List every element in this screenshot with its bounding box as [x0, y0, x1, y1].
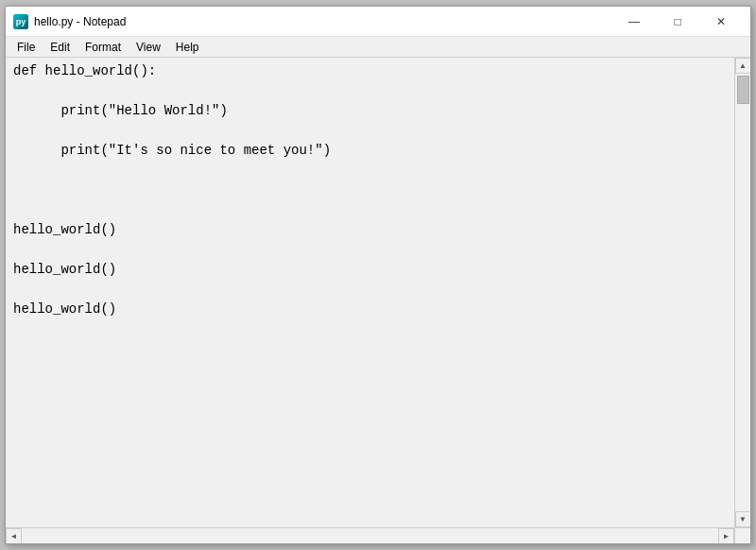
scroll-down-button[interactable]: ▼: [735, 511, 751, 527]
menu-bar: File Edit Format View Help: [6, 37, 750, 58]
text-editor[interactable]: def hello_world(): print("Hello World!")…: [6, 58, 734, 527]
scroll-thumb-y[interactable]: [737, 76, 749, 104]
menu-format[interactable]: Format: [77, 38, 129, 57]
code-line-5: hello_world(): [13, 220, 727, 240]
app-icon: py: [13, 14, 28, 29]
maximize-button[interactable]: □: [656, 7, 699, 37]
code-line-7: hello_world(): [13, 300, 727, 319]
code-line-4: [13, 180, 727, 200]
horizontal-scrollbar: ◄ ►: [6, 527, 734, 543]
scroll-track-y[interactable]: [735, 74, 750, 511]
menu-file[interactable]: File: [9, 38, 43, 57]
editor-main: def hello_world(): print("Hello World!")…: [6, 58, 750, 527]
scroll-track-x[interactable]: [22, 528, 718, 543]
code-line-6: hello_world(): [13, 260, 727, 280]
menu-help[interactable]: Help: [168, 38, 207, 57]
code-line-3: print("It's so nice to meet you!"): [13, 141, 727, 161]
editor-bottom: ◄ ►: [6, 527, 750, 543]
menu-edit[interactable]: Edit: [43, 38, 77, 57]
notepad-window: py hello.py - Notepad — □ ✕ File Edit Fo…: [5, 6, 751, 544]
window-controls: — □ ✕: [612, 7, 743, 37]
title-bar: py hello.py - Notepad — □ ✕: [6, 7, 750, 37]
vertical-scrollbar: ▲ ▼: [734, 58, 750, 527]
scroll-right-button[interactable]: ►: [718, 528, 734, 544]
scrollbar-corner: [734, 527, 750, 543]
code-line-2: print("Hello World!"): [13, 101, 727, 121]
editor-body: def hello_world(): print("Hello World!")…: [6, 58, 750, 543]
minimize-button[interactable]: —: [612, 7, 656, 37]
scroll-up-button[interactable]: ▲: [735, 58, 751, 74]
scroll-left-button[interactable]: ◄: [6, 528, 22, 544]
close-button[interactable]: ✕: [699, 7, 743, 37]
window-title: hello.py - Notepad: [34, 15, 612, 28]
menu-view[interactable]: View: [129, 38, 168, 57]
code-line-1: def hello_world():: [13, 61, 727, 81]
